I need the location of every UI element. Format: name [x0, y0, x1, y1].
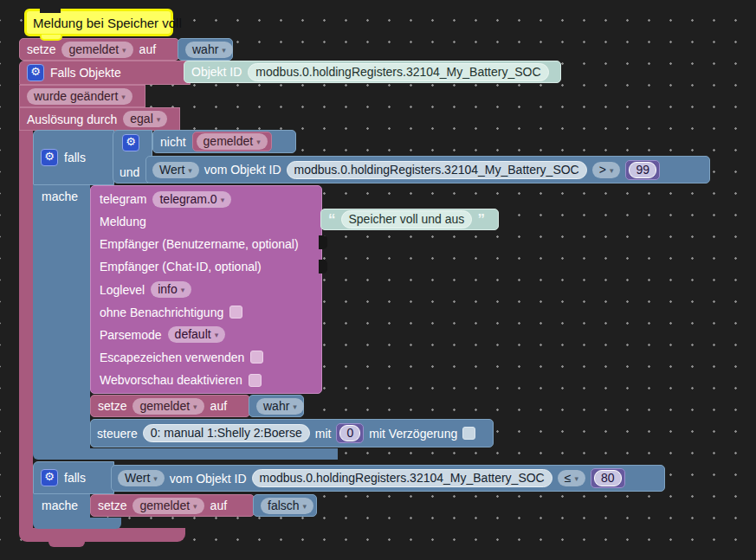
number-block[interactable]: 99 [625, 160, 660, 180]
boolean-value-block[interactable]: falsch ▾ [253, 494, 317, 517]
trigger-block-bottom[interactable] [19, 528, 185, 542]
ausloesung-value: egal [130, 112, 152, 126]
trigger-block-left-spine[interactable] [19, 131, 33, 529]
empty-input-socket [319, 260, 327, 274]
escape-checkbox[interactable] [250, 351, 263, 364]
telegram-row-recipient-user: Empfänger (Benutzername, optional) [91, 233, 321, 255]
if-block-1-bottom[interactable] [33, 448, 338, 460]
if-block-1-spine[interactable] [33, 185, 90, 448]
objekt-id-field[interactable]: modbus.0.holdingRegisters.32104_My_Batte… [287, 161, 587, 179]
boolean-dropdown[interactable]: wahr ▾ [256, 398, 304, 415]
variable-dropdown[interactable]: gemeldet ▾ [61, 42, 132, 58]
gear-icon[interactable]: ⚙ [41, 469, 58, 486]
number-field[interactable]: 80 [594, 470, 622, 486]
boolean-value: falsch [268, 499, 300, 513]
variable-dropdown[interactable]: gemeldet ▾ [197, 133, 268, 150]
number-block[interactable]: 0 [336, 423, 364, 443]
trigger-block-row-change[interactable]: wurde geändert ▾ [19, 85, 145, 107]
telegram-label: telegram [100, 192, 146, 206]
boolean-value-block[interactable]: wahr ▾ [178, 38, 233, 61]
control-target-field[interactable]: 0: manual 1:Shelly 2:Boerse [143, 424, 310, 442]
trigger-block-row-ausloesung[interactable]: Auslösung durch egal ▾ [19, 107, 180, 131]
variable-dropdown[interactable]: gemeldet ▾ [132, 398, 204, 415]
loglevel-label: Loglevel [100, 283, 145, 297]
vom-objekt-id-label: vom Objekt ID [204, 163, 281, 177]
gear-icon[interactable]: ⚙ [27, 64, 44, 81]
set-variable-block-inner[interactable]: setze gemeldet ▾ auf [90, 395, 250, 417]
number-block[interactable]: 80 [591, 468, 625, 488]
operator-value: > [599, 163, 606, 177]
empty-input-socket [319, 235, 327, 249]
if-block-1-header[interactable]: ⚙ falls [33, 130, 114, 185]
variable-get-block[interactable]: gemeldet ▾ [192, 132, 272, 151]
blockly-workspace[interactable]: ⚙ Falls Objekte wurde geändert ▾ Auslösu… [0, 0, 756, 560]
telegram-block[interactable]: telegram telegram.0 ▾ Meldung Empfänger … [90, 185, 322, 394]
wert-dropdown[interactable]: Wert ▾ [118, 470, 165, 486]
parsemode-dropdown[interactable]: default ▾ [168, 326, 226, 343]
objekt-id-block[interactable]: Objekt ID modbus.0.holdingRegisters.3210… [184, 61, 561, 83]
chevron-down-icon: ▾ [222, 43, 226, 58]
chevron-down-icon: ▾ [256, 135, 261, 150]
nopreview-checkbox[interactable] [249, 374, 262, 387]
text-block-message[interactable]: “ Speicher voll und aus ” [320, 209, 499, 230]
silent-checkbox[interactable] [229, 306, 242, 319]
operator-value: ≤ [565, 471, 572, 486]
logic-not-block[interactable]: nicht gemeldet ▾ [152, 130, 296, 153]
auf-label: auf [139, 42, 156, 56]
set-variable-block-false[interactable]: setze gemeldet ▾ auf [90, 494, 255, 517]
gear-icon[interactable]: ⚙ [41, 149, 58, 166]
boolean-value: wahr [263, 399, 289, 414]
trigger-block-header[interactable]: ⚙ Falls Objekte [19, 61, 191, 85]
objekt-id-field[interactable]: modbus.0.holdingRegisters.32104_My_Batte… [252, 469, 552, 487]
vom-objekt-id-label: vom Objekt ID [170, 472, 247, 486]
variable-name: gemeldet [139, 399, 190, 414]
setze-label: setze [98, 499, 126, 512]
recipient-chat-label: Empfänger (Chat-ID, optional) [100, 260, 262, 274]
gear-icon[interactable]: ⚙ [122, 134, 139, 151]
compare-operator-dropdown[interactable]: ≤ ▾ [558, 470, 585, 486]
loglevel-dropdown[interactable]: info ▾ [151, 281, 191, 298]
trigger-block-next-tab [48, 541, 85, 547]
variable-dropdown[interactable]: gemeldet ▾ [132, 498, 204, 514]
und-label: und [120, 165, 139, 179]
wert-value: Wert [125, 471, 150, 486]
boolean-dropdown[interactable]: falsch ▾ [261, 498, 313, 514]
change-mode-value: wurde geändert [34, 89, 118, 104]
setze-label: setze [98, 399, 126, 413]
if-block-2-bottom[interactable] [33, 518, 121, 529]
delay-label: mit Verzögerung [369, 427, 457, 441]
setze-label: setze [27, 42, 55, 56]
number-field[interactable]: 99 [629, 162, 656, 178]
instance-dropdown[interactable]: telegram.0 ▾ [152, 191, 231, 208]
steuere-label: steuere [97, 427, 138, 441]
recipient-user-label: Empfänger (Benutzername, optional) [100, 237, 299, 251]
telegram-row-loglevel: Loglevel info ▾ [91, 279, 321, 301]
objekt-id-field[interactable]: modbus.0.holdingRegisters.32104_My_Batte… [248, 63, 548, 81]
telegram-row-escape: Escapezeichen verwenden [91, 346, 321, 369]
delay-checkbox[interactable] [462, 427, 475, 440]
chevron-down-icon: ▾ [610, 164, 614, 178]
compare-operator-dropdown[interactable]: > ▾ [592, 162, 621, 178]
value-compare-block-1[interactable]: Wert ▾ vom Objekt ID modbus.0.holdingReg… [145, 156, 710, 183]
message-text-field[interactable]: Speicher voll und aus [341, 210, 473, 229]
silent-label: ohne Benachrichtigung [100, 306, 223, 319]
control-state-block[interactable]: steuere 0: manual 1:Shelly 2:Boerse mit … [90, 419, 494, 447]
chevron-down-icon: ▾ [221, 193, 225, 208]
value-compare-block-2[interactable]: Wert ▾ vom Objekt ID modbus.0.holdingReg… [111, 465, 665, 492]
parsemode-value: default [175, 327, 211, 342]
ausloesung-dropdown[interactable]: egal ▾ [123, 111, 167, 127]
telegram-row-parsemode: Parsemode default ▾ [91, 324, 321, 346]
nopreview-label: Webvorschau deaktivieren [100, 373, 242, 387]
boolean-dropdown[interactable]: wahr ▾ [185, 42, 233, 58]
boolean-value-block[interactable]: wahr ▾ [249, 395, 304, 417]
if-block-2-header[interactable]: ⚙ falls [33, 461, 114, 494]
trigger-title: Falls Objekte [50, 66, 121, 80]
wert-dropdown[interactable]: Wert ▾ [152, 162, 199, 178]
number-field[interactable]: 0 [339, 425, 360, 441]
change-mode-dropdown[interactable]: wurde geändert ▾ [27, 88, 132, 105]
chevron-down-icon: ▾ [153, 472, 158, 486]
variable-name: gemeldet [139, 499, 190, 513]
falls-label: falls [64, 471, 86, 485]
open-quote-icon: “ [328, 216, 336, 224]
set-variable-block-top[interactable]: setze gemeldet ▾ auf [19, 38, 179, 61]
